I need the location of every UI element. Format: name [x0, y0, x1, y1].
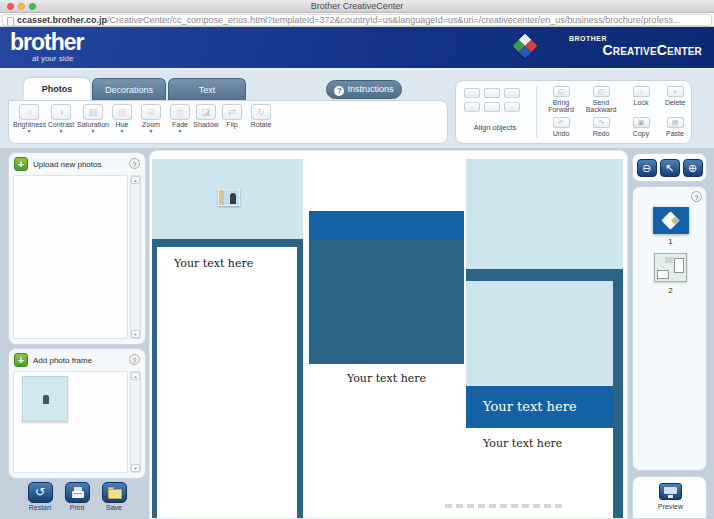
fade-icon[interactable]: ▒	[170, 104, 190, 120]
hue-tool[interactable]: ◎ Hue ▼	[109, 104, 135, 143]
chevron-down-icon[interactable]: ▼	[77, 128, 109, 134]
zoom-out-icon: ⊖	[642, 162, 651, 174]
save-action[interactable]: Save	[99, 482, 129, 519]
paste-icon[interactable]: ▤	[667, 117, 684, 128]
align-top-button[interactable]	[464, 102, 480, 112]
align-buttons	[464, 88, 526, 112]
creativecenter-diamond-icon	[512, 33, 537, 58]
help-icon[interactable]: ?	[129, 158, 140, 169]
frames-list[interactable]	[13, 371, 128, 473]
align-middle-button[interactable]	[484, 102, 500, 112]
chevron-down-icon[interactable]: ▼	[167, 128, 193, 134]
middle-panel-blue-band[interactable]	[309, 211, 464, 239]
align-right-button[interactable]	[504, 88, 520, 98]
help-icon[interactable]: ?	[129, 354, 140, 365]
lock-button[interactable]: ○ Lock	[622, 86, 660, 106]
align-bottom-button[interactable]	[504, 102, 520, 112]
print-icon[interactable]	[65, 482, 90, 503]
photo-area-left[interactable]	[152, 159, 303, 239]
middle-panel-teal-block[interactable]	[309, 239, 464, 364]
flip-tool[interactable]: ⇄ Flip	[219, 104, 245, 143]
pointer-icon: ↖	[665, 162, 674, 174]
restart-action[interactable]: ↺ Restart	[25, 482, 55, 519]
add-icon[interactable]: +	[14, 157, 28, 171]
fade-tool[interactable]: ▒ Fade ▼	[167, 104, 193, 143]
send-backward-button[interactable]: ◰ Send Backward	[582, 86, 620, 113]
align-center-button[interactable]	[484, 88, 500, 98]
tab-decorations[interactable]: Decorations	[92, 78, 166, 100]
text-placeholder[interactable]: Your text here	[309, 372, 464, 385]
scroll-down-icon[interactable]: ▼	[131, 330, 140, 338]
brother-creativecenter-app: Brother CreativeCenter ccasset.brother.c…	[0, 0, 714, 519]
align-left-button[interactable]	[464, 88, 480, 98]
send-backward-icon[interactable]: ◰	[593, 86, 610, 97]
lock-icon[interactable]: ○	[633, 86, 650, 97]
address-bar[interactable]: ccasset.brother.co.jp/CreativeCenter/cc_…	[2, 14, 712, 26]
hue-icon[interactable]: ◎	[112, 104, 132, 120]
chevron-down-icon[interactable]: ▼	[135, 128, 167, 134]
contrast-tool[interactable]: ◑ Contrast ▼	[45, 104, 77, 143]
redo-icon[interactable]: ↷	[593, 117, 610, 128]
rotate-icon[interactable]: ↻	[251, 104, 271, 120]
scroll-up-icon[interactable]: ▲	[131, 176, 140, 184]
zoom-out-button[interactable]: ⊖	[637, 159, 657, 177]
right-panel-border	[613, 281, 623, 519]
shadow-tool[interactable]: ◪ Shadow	[193, 104, 219, 143]
photo-frame-thumbnail[interactable]	[22, 376, 68, 422]
help-icon[interactable]: ?	[691, 191, 702, 202]
undo-button[interactable]: ↶ Undo	[542, 117, 580, 137]
add-icon[interactable]: +	[14, 353, 28, 367]
zoom-icon[interactable]: ⊙	[141, 104, 161, 120]
brightness-icon[interactable]: ☼	[19, 104, 39, 120]
upload-panel-header: + Upload new photos ?	[14, 157, 140, 172]
design-canvas[interactable]: Your text here Your text here Your text …	[149, 150, 628, 519]
restart-icon[interactable]: ↺	[28, 482, 53, 503]
photo-placeholder-icon[interactable]	[218, 189, 240, 206]
chevron-down-icon[interactable]: ▼	[13, 128, 45, 134]
saturation-tool[interactable]: ▨ Saturation ▼	[77, 104, 109, 143]
chevron-down-icon[interactable]: ▼	[109, 128, 135, 134]
pointer-tool-button[interactable]: ↖	[660, 159, 680, 177]
chevron-down-icon[interactable]: ▼	[45, 128, 77, 134]
zoom-tool[interactable]: ⊙ Zoom ▼	[135, 104, 167, 143]
left-text-block[interactable]: Your text here	[157, 247, 297, 519]
preview-monitor-icon[interactable]	[659, 483, 682, 500]
page-1-thumbnail[interactable]	[653, 207, 689, 234]
tab-photos[interactable]: Photos	[24, 78, 90, 100]
brightness-tool[interactable]: ☼ Brightness ▼	[13, 104, 45, 143]
copy-icon[interactable]: ▣	[633, 117, 650, 128]
tab-text[interactable]: Text	[168, 78, 246, 100]
frames-scrollbar[interactable]: ▲ ▼	[130, 371, 141, 473]
text-placeholder[interactable]: Your text here	[174, 257, 253, 270]
saturation-icon[interactable]: ▨	[83, 104, 103, 120]
undo-icon[interactable]: ↶	[553, 117, 570, 128]
shadow-icon[interactable]: ◪	[196, 104, 216, 120]
paste-button[interactable]: ▤ Paste	[656, 117, 694, 137]
align-objects-label: Align objects	[456, 123, 534, 132]
instructions-button[interactable]: ?Instructions	[326, 80, 402, 99]
print-label: Print	[62, 504, 92, 511]
delete-icon[interactable]: ×	[667, 86, 684, 97]
uploaded-photos-list[interactable]	[13, 175, 128, 339]
brand-name-top: BROTHER	[569, 35, 607, 42]
copy-button[interactable]: ▣ Copy	[622, 117, 660, 137]
flip-icon[interactable]: ⇄	[222, 104, 242, 120]
save-icon[interactable]	[102, 482, 127, 503]
photos-scrollbar[interactable]: ▲ ▼	[130, 175, 141, 339]
page-2-thumbnail[interactable]	[654, 253, 687, 282]
rotate-tool[interactable]: ↻ Rotate	[245, 104, 277, 143]
photo-area-right-top[interactable]	[466, 159, 623, 269]
scroll-down-icon[interactable]: ▼	[131, 464, 140, 472]
zoom-in-button[interactable]: ⊕	[683, 159, 703, 177]
redo-button[interactable]: ↷ Redo	[582, 117, 620, 137]
brand-name-bottom: CreativeCenter	[602, 42, 702, 58]
delete-button[interactable]: × Delete	[656, 86, 694, 106]
text-placeholder[interactable]: Your text here	[466, 386, 613, 428]
photo-area-right-bottom[interactable]	[466, 281, 613, 386]
bring-forward-button[interactable]: ◱ Bring Forward	[542, 86, 580, 113]
bring-forward-icon[interactable]: ◱	[553, 86, 570, 97]
contrast-icon[interactable]: ◑	[51, 104, 71, 120]
scroll-up-icon[interactable]: ▲	[131, 372, 140, 380]
print-action[interactable]: Print	[62, 482, 92, 519]
left-panel-teal-band	[152, 239, 303, 247]
